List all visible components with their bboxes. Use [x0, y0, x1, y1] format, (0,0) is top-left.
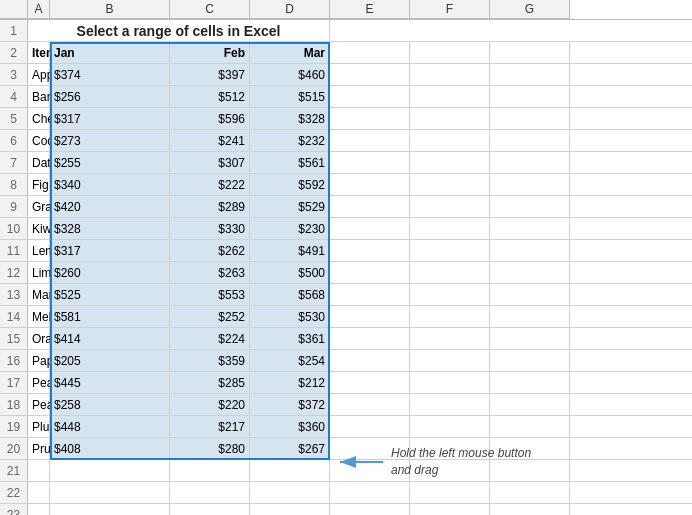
cell[interactable]: $254 [250, 350, 330, 371]
table-row[interactable]: 1Select a range of cells in Excel [0, 20, 692, 42]
cell[interactable]: $289 [170, 196, 250, 217]
extra-cell[interactable] [410, 262, 490, 283]
extra-cell[interactable] [330, 86, 410, 107]
cell[interactable]: $317 [50, 108, 170, 129]
extra-cell[interactable] [490, 262, 570, 283]
cell[interactable]: $581 [50, 306, 170, 327]
table-row[interactable]: 8Fig$340$222$592 [0, 174, 692, 196]
cell[interactable]: $448 [50, 416, 170, 437]
cell[interactable]: Coconut [28, 130, 50, 151]
cell[interactable]: $596 [170, 108, 250, 129]
extra-cell[interactable] [490, 218, 570, 239]
cell[interactable]: $525 [50, 284, 170, 305]
extra-cell[interactable] [330, 284, 410, 305]
extra-cell[interactable] [330, 108, 410, 129]
cell[interactable]: Banana [28, 86, 50, 107]
cell[interactable]: Peach [28, 372, 50, 393]
cell[interactable]: Melon [28, 306, 50, 327]
cell[interactable]: $241 [170, 130, 250, 151]
cell[interactable]: Mango [28, 284, 50, 305]
cell[interactable]: $568 [250, 284, 330, 305]
extra-cell[interactable] [330, 416, 410, 437]
extra-cell[interactable] [490, 196, 570, 217]
table-row[interactable]: 23 [0, 504, 692, 515]
table-row[interactable]: 2ItemJanFebMar [0, 42, 692, 64]
cell[interactable]: $252 [170, 306, 250, 327]
cell[interactable]: $255 [50, 152, 170, 173]
cell[interactable]: $561 [250, 152, 330, 173]
table-row[interactable]: 11Lemon$317$262$491 [0, 240, 692, 262]
cell[interactable]: $374 [50, 64, 170, 85]
table-row[interactable]: 17Peach$445$285$212 [0, 372, 692, 394]
table-row[interactable]: 15Orange$414$224$361 [0, 328, 692, 350]
extra-cell[interactable] [330, 394, 410, 415]
cell[interactable] [28, 482, 50, 503]
table-row[interactable]: 3Apples$374$397$460 [0, 64, 692, 86]
extra-cell[interactable] [490, 86, 570, 107]
extra-cell[interactable] [330, 64, 410, 85]
cell[interactable]: $340 [50, 174, 170, 195]
cell[interactable]: $491 [250, 240, 330, 261]
cell[interactable]: $328 [250, 108, 330, 129]
extra-cell[interactable] [330, 328, 410, 349]
cell[interactable] [28, 504, 50, 515]
table-row[interactable]: 9Grapes$420$289$529 [0, 196, 692, 218]
cell[interactable] [50, 460, 170, 481]
extra-cell[interactable] [410, 174, 490, 195]
extra-cell[interactable] [330, 262, 410, 283]
extra-cell[interactable] [410, 130, 490, 151]
cell[interactable]: Dates [28, 152, 50, 173]
extra-cell[interactable] [330, 482, 410, 503]
extra-cell[interactable] [490, 130, 570, 151]
cell[interactable]: $420 [50, 196, 170, 217]
extra-cell[interactable] [490, 108, 570, 129]
extra-cell[interactable] [330, 372, 410, 393]
table-row[interactable]: 12Lime$260$263$500 [0, 262, 692, 284]
cell[interactable]: $445 [50, 372, 170, 393]
cell[interactable]: Lemon [28, 240, 50, 261]
cell[interactable] [170, 504, 250, 515]
extra-cell[interactable] [330, 152, 410, 173]
cell[interactable]: Lime [28, 262, 50, 283]
cell[interactable]: $280 [170, 438, 250, 459]
cell[interactable]: $285 [170, 372, 250, 393]
cell[interactable]: $232 [250, 130, 330, 151]
extra-cell[interactable] [330, 350, 410, 371]
extra-cell[interactable] [490, 482, 570, 503]
table-row[interactable]: 22 [0, 482, 692, 504]
cell[interactable]: $263 [170, 262, 250, 283]
extra-cell[interactable] [410, 108, 490, 129]
cell[interactable]: Plum [28, 416, 50, 437]
extra-cell[interactable] [330, 130, 410, 151]
cell[interactable]: $397 [170, 64, 250, 85]
cell[interactable]: $460 [250, 64, 330, 85]
cell[interactable]: $222 [170, 174, 250, 195]
extra-cell[interactable] [410, 218, 490, 239]
cell[interactable]: $414 [50, 328, 170, 349]
cell[interactable] [50, 504, 170, 515]
extra-cell[interactable] [410, 42, 490, 63]
cell[interactable]: $592 [250, 174, 330, 195]
cell[interactable]: $512 [170, 86, 250, 107]
extra-cell[interactable] [330, 42, 410, 63]
cell[interactable]: $224 [170, 328, 250, 349]
cell[interactable]: $317 [50, 240, 170, 261]
cell[interactable]: Fig [28, 174, 50, 195]
cell[interactable]: $212 [250, 372, 330, 393]
cell[interactable] [170, 460, 250, 481]
extra-cell[interactable] [330, 174, 410, 195]
extra-cell[interactable] [330, 218, 410, 239]
cell[interactable]: $359 [170, 350, 250, 371]
cell[interactable]: $230 [250, 218, 330, 239]
extra-cell[interactable] [410, 196, 490, 217]
cell[interactable]: Grapes [28, 196, 50, 217]
extra-cell[interactable] [410, 306, 490, 327]
table-row[interactable]: 16Papaya$205$359$254 [0, 350, 692, 372]
cell[interactable]: $372 [250, 394, 330, 415]
extra-cell[interactable] [490, 350, 570, 371]
extra-cell[interactable] [410, 504, 490, 515]
extra-cell[interactable] [490, 240, 570, 261]
extra-cell[interactable] [410, 394, 490, 415]
table-row[interactable]: 4Banana$256$512$515 [0, 86, 692, 108]
cell[interactable]: $530 [250, 306, 330, 327]
